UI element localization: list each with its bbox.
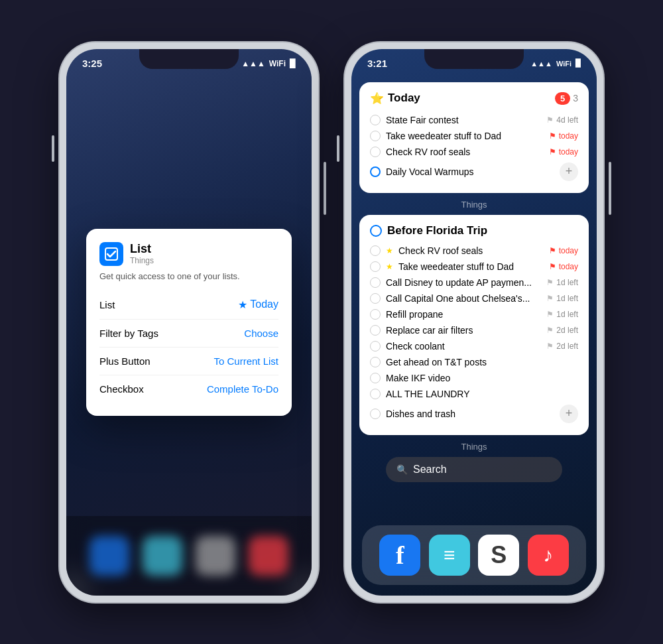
search-bar[interactable]: 🔍 Search [386, 457, 562, 482]
list-widget-desc: Get quick access to one of your lists. [99, 271, 278, 281]
signal-icon: ▲▲▲ [241, 59, 265, 68]
list-widget-title-group: List Things [130, 242, 154, 265]
list-widget-title: List [130, 242, 154, 256]
search-icon: 🔍 [396, 464, 408, 475]
fl-dishes[interactable]: Dishes and trash + [370, 402, 578, 426]
widget-label-today: Things [359, 200, 589, 210]
row-label-filter: Filter by Tags [99, 328, 158, 339]
row-label-list: List [99, 299, 115, 310]
fl-laundry[interactable]: ALL THE LAUNDRY [370, 386, 578, 402]
status-icons-left: ▲▲▲ WiFi ▉ [241, 59, 296, 68]
battery-icon-right: ▉ [575, 59, 581, 68]
fl-rv-roof[interactable]: ★ Check RV roof seals ⚑ today [370, 243, 578, 259]
due-state-fair: 4d left [556, 115, 578, 125]
fl-cb-air[interactable] [370, 325, 381, 336]
notch [139, 49, 239, 69]
dock-s-blur [196, 536, 235, 576]
plus-btn-today[interactable]: + [560, 162, 578, 181]
signal-icon-right: ▲▲▲ [530, 60, 552, 68]
badge-gray: 3 [573, 93, 578, 103]
plus-btn-florida[interactable]: + [560, 405, 578, 423]
left-phone: 3:25 ▲▲▲ WiFi ▉ [60, 42, 318, 602]
fl-text-air: Replace car air filters [386, 325, 473, 336]
row-label-plus: Plus Button [99, 355, 151, 367]
fl-tt-posts[interactable]: Get ahead on T&T posts [370, 354, 578, 370]
checkbox-vocal[interactable] [370, 166, 381, 177]
dock-facebook[interactable]: f [379, 535, 420, 576]
row-value-checkbox: Complete To-Do [207, 383, 278, 395]
star-icon-today: ⭐ [370, 92, 384, 105]
row-value-plus: To Current List [213, 355, 278, 367]
dock-simplenote[interactable]: S [478, 535, 519, 576]
list-widget: List Things Get quick access to one of y… [86, 229, 292, 416]
fl-text-ikf: Make IKF video [386, 373, 450, 383]
star-fl-weed: ★ [386, 262, 393, 271]
row-value-today: ★ Today [238, 298, 278, 311]
fl-text-dishes: Dishes and trash [386, 409, 455, 419]
fl-text-disney: Call Disney to update AP paymen... [386, 277, 532, 288]
wifi-icon-right: WiFi [556, 60, 572, 68]
flag-red-rv: ⚑ [549, 147, 556, 157]
todo-text-state-fair: State Fair contest [386, 115, 459, 125]
widget-label-florida: Things [359, 442, 589, 452]
todo-weedeater[interactable]: Take weedeater stuff to Dad ⚑ today [370, 128, 578, 144]
todo-text-rv: Check RV roof seals [386, 147, 470, 157]
fl-cb-dishes[interactable] [370, 409, 381, 419]
row-label-checkbox: Checkbox [99, 383, 144, 395]
list-widget-header: List Things [99, 242, 278, 266]
flag-icon-1: ⚑ [546, 115, 554, 125]
dock-fb-blur [90, 536, 129, 576]
checkbox-state-fair[interactable] [370, 115, 381, 125]
todo-state-fair[interactable]: State Fair contest ⚑ 4d left [370, 112, 578, 128]
fl-coolant[interactable]: Check coolant ⚑ 2d left [370, 338, 578, 354]
fl-capital[interactable]: Call Capital One about Chelsea's... ⚑ 1d… [370, 290, 578, 306]
fl-cb-rv[interactable] [370, 245, 381, 256]
todo-text-vocal: Daily Vocal Warmups [386, 166, 474, 177]
florida-circle-icon [370, 225, 382, 237]
list-row-plus[interactable]: Plus Button To Current List [99, 348, 278, 375]
list-row-filter[interactable]: Filter by Tags Choose [99, 320, 278, 348]
list-row-checkbox[interactable]: Checkbox Complete To-Do [99, 375, 278, 403]
fl-propane[interactable]: Refill propane ⚑ 1d left [370, 306, 578, 322]
fl-ikf[interactable]: Make IKF video [370, 370, 578, 386]
fl-text-laundry: ALL THE LAUNDRY [386, 389, 470, 399]
due-weedeater: today [559, 131, 578, 141]
fl-cb-capital[interactable] [370, 293, 381, 304]
fl-disney[interactable]: Call Disney to update AP paymen... ⚑ 1d … [370, 275, 578, 290]
list-widget-subtitle: Things [130, 256, 154, 265]
checkbox-rv[interactable] [370, 147, 381, 157]
status-icons-right: ▲▲▲ WiFi ▉ [530, 59, 581, 68]
star-icon: ★ [238, 298, 247, 311]
search-label: Search [413, 464, 447, 476]
fl-text-tt: Get ahead on T&T posts [386, 357, 487, 367]
fl-weedeater[interactable]: ★ Take weedeater stuff to Dad ⚑ today [370, 259, 578, 275]
notch-right [424, 49, 524, 69]
fl-text-propane: Refill propane [386, 309, 443, 320]
dock-right: f ≡ S ♪ [362, 525, 586, 585]
todo-rv-roof[interactable]: Check RV roof seals ⚑ today [370, 144, 578, 160]
fl-cb-laundry[interactable] [370, 389, 381, 399]
fl-cb-propane[interactable] [370, 309, 381, 320]
fl-cb-coolant[interactable] [370, 341, 381, 352]
today-badge-group: 5 3 [555, 92, 578, 105]
florida-header: Before Florida Trip [370, 224, 578, 237]
due-rv: today [559, 147, 578, 157]
today-widget-header: ⭐ Today 5 3 [370, 92, 578, 105]
todo-vocal[interactable]: Daily Vocal Warmups + [370, 160, 578, 184]
checkbox-weedeater[interactable] [370, 131, 381, 141]
fl-air-filters[interactable]: Replace car air filters ⚑ 2d left [370, 322, 578, 338]
dock-music[interactable]: ♪ [528, 535, 569, 576]
time-right: 3:21 [367, 58, 387, 69]
battery-icon: ▉ [290, 59, 296, 68]
star-fl-rv: ★ [386, 246, 393, 255]
list-row-list[interactable]: List ★ Today [99, 290, 278, 320]
list-widget-icon [99, 242, 123, 266]
fl-cb-tt[interactable] [370, 357, 381, 367]
today-widget: ⭐ Today 5 3 State Fair contest [359, 82, 589, 193]
fl-cb-disney[interactable] [370, 277, 381, 288]
dock-notebooks[interactable]: ≡ [429, 535, 470, 576]
widgets-area: ⭐ Today 5 3 State Fair contest [359, 82, 589, 487]
fl-cb-ikf[interactable] [370, 373, 381, 383]
list-widget-container: List Things Get quick access to one of y… [86, 229, 292, 416]
fl-cb-weed[interactable] [370, 261, 381, 272]
